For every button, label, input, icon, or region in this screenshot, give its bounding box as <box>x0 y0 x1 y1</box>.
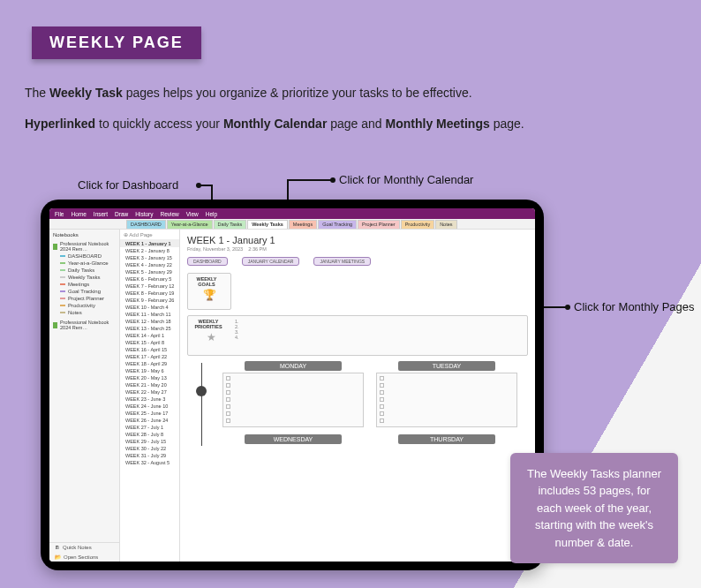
notebook-label: Professional Notebook 2024 Rem… <box>60 320 116 330</box>
page-item[interactable]: WEEK 13 - March 25 <box>120 325 179 332</box>
notebook-item[interactable]: Professional Notebook 2024 Rem… <box>49 319 119 331</box>
swatch-icon <box>60 305 65 306</box>
page-item[interactable]: WEEK 19 - May 6 <box>120 367 179 374</box>
dashboard-link-button[interactable]: DASHBOARD <box>187 257 228 266</box>
day-grid[interactable] <box>376 373 517 427</box>
tab-daily-tasks[interactable]: Daily Tasks <box>214 220 247 229</box>
sidebar-header: Notebooks <box>49 230 119 240</box>
trophy-icon: 🏆 <box>192 289 226 301</box>
timeline-dot <box>196 386 207 396</box>
sidebar-item[interactable]: Year-at-a-Glance <box>49 260 119 267</box>
page-item[interactable]: WEEK 24 - June 10 <box>120 403 179 410</box>
calendar-link-button[interactable]: JANUARY CALENDAR <box>242 257 300 266</box>
section-tabs: DASHBOARD Year-at-a-Glance Daily Tasks W… <box>49 219 535 230</box>
page-item[interactable]: WEEK 8 - February 19 <box>120 290 179 297</box>
page-item[interactable]: WEEK 11 - March 11 <box>120 311 179 318</box>
add-page[interactable]: ⊕ Add Page <box>120 230 179 240</box>
tab-notes[interactable]: Notes <box>435 220 456 229</box>
page-item[interactable]: WEEK 12 - March 18 <box>120 318 179 325</box>
tab-goal-tracking[interactable]: Goal Tracking <box>318 220 357 229</box>
page-item[interactable]: WEEK 28 - July 8 <box>120 431 179 438</box>
page-item[interactable]: WEEK 16 - April 15 <box>120 346 179 353</box>
quick-notes[interactable]: 🗎Quick Notes <box>49 543 119 552</box>
swatch-icon <box>60 283 65 285</box>
page-item[interactable]: WEEK 14 - April 1 <box>120 332 179 339</box>
page-item[interactable]: WEEK 31 - July 29 <box>120 452 179 459</box>
menu-help[interactable]: Help <box>206 211 217 217</box>
page-item[interactable]: WEEK 6 - February 5 <box>120 275 179 283</box>
page-item[interactable]: WEEK 26 - June 24 <box>120 417 179 424</box>
page-item[interactable]: WEEK 21 - May 20 <box>120 381 179 388</box>
page-item[interactable]: WEEK 30 - July 22 <box>120 445 179 452</box>
tab-project-planner[interactable]: Project Planner <box>358 220 400 229</box>
page-item[interactable]: WEEK 29 - July 15 <box>120 438 179 445</box>
sidebar-item[interactable]: Notes <box>49 309 119 316</box>
tab-productivity[interactable]: Productivity <box>401 220 434 229</box>
page-badge: WEEKLY PAGE <box>32 26 201 59</box>
label: Weekly Tasks <box>68 275 100 280</box>
tab-year-at-a-glance[interactable]: Year-at-a-Glance <box>167 220 213 229</box>
info-box: The Weekly Tasks planner includes 53 pag… <box>510 453 678 564</box>
page-item[interactable]: WEEK 15 - April 8 <box>120 339 179 346</box>
t: The <box>25 86 49 100</box>
meetings-link-button[interactable]: JANUARY MEETINGS <box>313 257 371 266</box>
notebook-item[interactable]: Professional Notebook 2024 Rem… <box>49 240 119 253</box>
page-item[interactable]: WEEK 5 - January 29 <box>120 268 179 275</box>
open-sections[interactable]: 📂Open Sections <box>49 552 119 562</box>
sidebar-item[interactable]: Weekly Tasks <box>49 274 119 281</box>
folder-icon: 📂 <box>55 554 61 560</box>
day-grid[interactable] <box>222 373 364 427</box>
tab-meetings[interactable]: Meetings <box>289 220 317 229</box>
sidebar-item[interactable]: Goal Tracking <box>49 288 119 295</box>
sidebar-item[interactable]: Daily Tasks <box>49 267 119 274</box>
tablet-frame: File Home Insert Draw History Review Vie… <box>41 200 544 570</box>
page-meta: Friday, November 3, 2023 2:36 PM <box>187 246 528 252</box>
menu-home[interactable]: Home <box>71 211 86 217</box>
day-row-1: MONDAY TUESDAY <box>222 361 517 427</box>
page-item[interactable]: WEEK 9 - February 26 <box>120 297 179 304</box>
callout-pages: Click for Monthly Pages <box>574 300 695 313</box>
label: Daily Tasks <box>68 268 94 273</box>
notebook-icon <box>53 244 57 250</box>
page-item[interactable]: WEEK 18 - April 29 <box>120 360 179 367</box>
page-item[interactable]: WEEK 7 - February 12 <box>120 283 179 290</box>
menu-file[interactable]: File <box>55 211 64 217</box>
day-row-2: WEDNESDAY THURSDAY <box>222 434 517 446</box>
menu-view[interactable]: View <box>186 211 199 217</box>
page-item[interactable]: WEEK 22 - May 27 <box>120 388 179 396</box>
page-item[interactable]: WEEK 3 - January 15 <box>120 254 179 261</box>
page-item[interactable]: WEEK 32 - August 5 <box>120 459 179 466</box>
tab-dashboard[interactable]: DASHBOARD <box>126 220 166 229</box>
menu-history[interactable]: History <box>135 211 153 217</box>
sidebar-item[interactable]: Meetings <box>49 281 119 288</box>
link-buttons: DASHBOARD JANUARY CALENDAR JANUARY MEETI… <box>187 257 528 266</box>
swatch-icon <box>60 298 65 299</box>
callout-dashboard: Click for Dashboard <box>78 178 178 192</box>
swatch-icon <box>60 255 65 257</box>
page-item[interactable]: WEEK 25 - June 17 <box>120 410 179 417</box>
tab-weekly-tasks[interactable]: Weekly Tasks <box>247 220 288 229</box>
page-item[interactable]: WEEK 2 - January 8 <box>120 247 179 254</box>
page-item[interactable]: WEEK 27 - July 1 <box>120 424 179 431</box>
sidebar-item[interactable]: Productivity <box>49 302 119 309</box>
page-title: WEEK 1 - January 1 <box>187 235 528 245</box>
page-item[interactable]: WEEK 20 - May 13 <box>120 374 179 381</box>
sidebar: Notebooks Professional Notebook 2024 Rem… <box>49 230 120 562</box>
page-item[interactable]: WEEK 10 - March 4 <box>120 304 179 311</box>
menu-insert[interactable]: Insert <box>94 211 108 217</box>
swatch-icon <box>60 276 65 278</box>
label: Meetings <box>68 282 89 287</box>
day-label: TUESDAY <box>398 361 495 371</box>
sidebar-item[interactable]: Project Planner <box>49 295 119 302</box>
menu-draw[interactable]: Draw <box>115 211 128 217</box>
day-monday: MONDAY <box>222 361 364 427</box>
label: Add Page <box>129 232 152 237</box>
menu-review[interactable]: Review <box>161 211 179 217</box>
page-item[interactable]: WEEK 4 - January 22 <box>120 261 179 268</box>
meta-date: Friday, November 3, 2023 <box>187 246 243 252</box>
page-item[interactable]: WEEK 1 - January 1 <box>120 240 179 247</box>
intro-text: The Weekly Task pages helps you organize… <box>25 81 678 135</box>
page-item[interactable]: WEEK 17 - April 22 <box>120 353 179 360</box>
page-item[interactable]: WEEK 23 - June 3 <box>120 396 179 403</box>
sidebar-item[interactable]: DASHBOARD <box>49 253 119 260</box>
